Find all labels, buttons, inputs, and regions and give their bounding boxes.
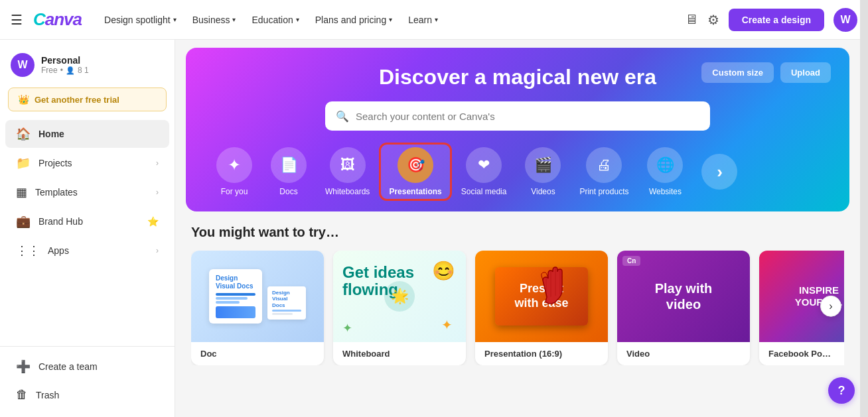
hamburger-icon[interactable]: ☰ <box>11 12 23 28</box>
crown-icon: 👑 <box>18 94 29 105</box>
nav-business[interactable]: Business ▾ <box>186 11 243 29</box>
category-print-products[interactable]: 🖨 Print products <box>570 143 638 200</box>
try-card-doc[interactable]: DesignVisual Docs DesignVisual Docs <box>191 251 324 365</box>
video-card-label: Video <box>617 342 750 365</box>
sidebar-nav-item-brand-hub[interactable]: 💼 Brand Hub ⭐ <box>5 208 169 235</box>
create-team-icon: ➕ <box>16 359 31 374</box>
sidebar-avatar: W <box>11 53 35 77</box>
whiteboards-label: Whiteboards <box>325 187 370 196</box>
hero-banner: Custom size Upload Discover a magical ne… <box>186 48 849 211</box>
sidebar-nav-item-projects[interactable]: 📁 Projects › <box>5 149 169 177</box>
video-card-image: Cn Play with video <box>617 251 750 342</box>
doc-card-image: DesignVisual Docs DesignVisual Docs <box>191 251 324 342</box>
templates-icon: ▦ <box>16 185 27 200</box>
hero-search-container: 🔍 <box>207 101 828 131</box>
social-media-icon-circle: ❤ <box>466 147 502 183</box>
presentations-icon-circle: 🎯 <box>398 147 433 183</box>
category-websites[interactable]: 🌐 Websites <box>638 143 692 200</box>
print-products-label: Print products <box>579 187 628 196</box>
main-layout: W Personal Free • 👤 8 1 👑 Get another fr… <box>0 40 868 417</box>
doc-thumbnail-small: DesignVisual Docs <box>267 286 306 320</box>
sidebar-nav-item-apps[interactable]: ⋮⋮ Apps › <box>5 237 169 265</box>
apps-icon: ⋮⋮ <box>16 243 40 258</box>
followers-icon: 👤 <box>66 66 75 75</box>
templates-label: Templates <box>35 187 78 198</box>
scrollbar-track[interactable] <box>860 0 868 417</box>
create-team-label: Create a team <box>38 361 98 372</box>
doc-card-label: Doc <box>191 342 324 365</box>
upload-button[interactable]: Upload <box>780 62 831 83</box>
create-design-button[interactable]: Create a design <box>729 9 824 31</box>
category-for-you[interactable]: ✦ For you <box>207 143 261 200</box>
topnav-actions: 🖥 ⚙ Create a design W <box>685 8 857 32</box>
chevron-down-icon-5: ▾ <box>435 16 438 23</box>
top-navbar: ☰ Canva Design spotlight ▾ Business ▾ Ed… <box>0 0 868 40</box>
try-card-presentation[interactable]: Present with ease <box>475 251 608 365</box>
try-card-video[interactable]: Cn Play with video Video <box>617 251 750 365</box>
search-icon: 🔍 <box>336 110 349 123</box>
projects-label: Projects <box>38 158 72 168</box>
category-presentations[interactable]: 🎯 Presentations <box>379 143 451 201</box>
help-button[interactable]: ? <box>828 377 855 404</box>
canva-logo[interactable]: Canva <box>33 9 82 30</box>
nav-education[interactable]: Education ▾ <box>245 11 305 29</box>
hero-search-box: 🔍 <box>325 101 710 131</box>
nav-design-spotlight[interactable]: Design spotlight ▾ <box>98 11 183 29</box>
sidebar-nav-item-home[interactable]: 🏠 Home <box>5 120 169 148</box>
videos-label: Videos <box>531 187 555 196</box>
templates-chevron-icon: › <box>156 188 159 197</box>
social-media-label: Social media <box>461 187 507 196</box>
docs-icon-circle: 📄 <box>271 147 307 183</box>
monitor-icon[interactable]: 🖥 <box>685 12 698 27</box>
websites-label: Websites <box>649 187 682 196</box>
brand-hub-icon: 💼 <box>16 214 31 229</box>
category-more[interactable]: › <box>692 150 747 194</box>
try-card-whiteboard[interactable]: Get ideas flowing 😊 ✦ ✦ 🌟 Whiteboard <box>333 251 466 365</box>
plan-separator: • <box>60 66 63 75</box>
nav-education-label: Education <box>252 15 293 25</box>
projects-icon: 📁 <box>16 156 31 170</box>
category-docs[interactable]: 📄 Docs <box>261 143 316 200</box>
print-products-icon-circle: 🖨 <box>586 147 622 183</box>
facebook-text1: INSPIRE <box>795 284 843 296</box>
trash-label: Trash <box>36 390 59 400</box>
category-social-media[interactable]: ❤ Social media <box>452 143 516 200</box>
docs-label: Docs <box>279 187 297 196</box>
presentation-card-label: Presentation (16:9) <box>475 342 608 365</box>
nav-plans-pricing[interactable]: Plans and pricing ▾ <box>309 11 399 29</box>
sidebar-nav-item-trash[interactable]: 🗑 Trash <box>5 381 169 408</box>
whiteboard-card-label: Whiteboard <box>333 342 466 365</box>
presentation-card-image: Present with ease <box>475 251 608 342</box>
cards-next-button[interactable]: › <box>820 295 841 316</box>
home-label: Home <box>38 129 64 139</box>
nav-learn[interactable]: Learn ▾ <box>401 11 445 29</box>
presentations-label: Presentations <box>389 187 441 196</box>
custom-size-button[interactable]: Custom size <box>701 62 774 83</box>
user-avatar[interactable]: W <box>833 8 857 32</box>
chevron-down-icon-4: ▾ <box>389 16 392 23</box>
hero-search-input[interactable] <box>356 111 699 122</box>
get-trial-button[interactable]: 👑 Get another free trial <box>8 88 167 111</box>
doc-thumbnail-main: DesignVisual Docs <box>209 269 262 324</box>
category-videos[interactable]: 🎬 Videos <box>516 143 570 200</box>
try-section-title: You might want to try… <box>191 225 844 240</box>
projects-chevron-icon: › <box>156 158 159 168</box>
plan-free-label: Free <box>41 66 58 75</box>
sidebar-nav-item-templates[interactable]: ▦ Templates › <box>5 178 169 206</box>
trash-icon: 🗑 <box>16 388 28 402</box>
try-section: You might want to try… DesignVisual Docs <box>175 211 860 376</box>
chevron-down-icon-2: ▾ <box>232 16 236 23</box>
sidebar-nav-item-create-team[interactable]: ➕ Create a team <box>5 353 169 381</box>
sidebar-bottom-section: ➕ Create a team 🗑 Trash <box>0 346 175 409</box>
nav-design-spotlight-label: Design spotlight <box>104 15 171 25</box>
sidebar-user-plan: Free • 👤 8 1 <box>41 66 89 75</box>
apps-chevron-icon: › <box>156 246 159 255</box>
settings-icon[interactable]: ⚙ <box>707 12 719 28</box>
category-whiteboards[interactable]: 🖼 Whiteboards <box>316 143 379 200</box>
chevron-down-icon-3: ▾ <box>296 16 299 23</box>
categories-row: ✦ For you 📄 Docs 🖼 Whiteboards 🎯 Present… <box>207 143 828 201</box>
videos-icon-circle: 🎬 <box>525 147 561 183</box>
nav-plans-pricing-label: Plans and pricing <box>315 15 386 25</box>
chevron-down-icon: ▾ <box>173 16 177 23</box>
trial-btn-label: Get another free trial <box>35 95 119 105</box>
